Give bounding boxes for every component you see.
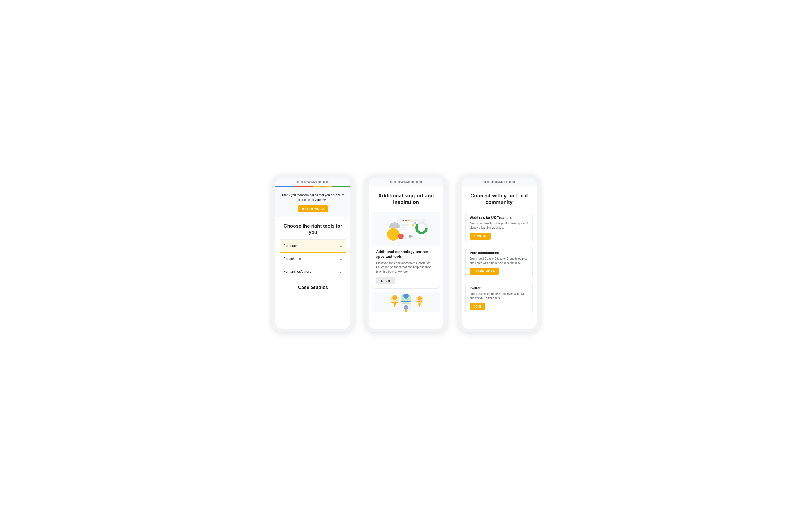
chevron-down-icon: ⌄ <box>339 269 343 274</box>
hero-section: Thank you teachers, for all that you do.… <box>275 187 350 217</box>
svg-point-3 <box>405 220 407 221</box>
phone1-content: Thank you teachers, for all that you do.… <box>275 186 350 329</box>
choose-tools-section: Choose the right tools for you <box>275 217 350 239</box>
svg-point-12 <box>398 233 404 239</box>
open-button[interactable]: OPEN <box>376 277 395 284</box>
peer-desc: Join a local Google Educator Group to co… <box>470 257 528 265</box>
svg-point-18 <box>394 303 396 305</box>
phone3-title: Connect with your local community <box>462 186 537 212</box>
accordion-for-schools[interactable]: For schools ⌄ <box>280 252 346 265</box>
svg-point-2 <box>403 220 404 221</box>
video-call-illustration <box>372 292 440 312</box>
tech-illustration <box>380 213 432 244</box>
phone2-title: Additional support and inspiration <box>368 186 444 212</box>
svg-rect-14 <box>412 224 414 226</box>
accordion-label-teachers: For teachers <box>283 244 302 248</box>
svg-point-10 <box>419 225 424 231</box>
choose-tools-title: Choose the right tools for you <box>284 223 342 235</box>
hero-text: Thank you teachers, for all that you do.… <box>281 193 345 202</box>
chevron-down-icon: ⌄ <box>339 257 343 261</box>
phone-2: teachfromanywhere.google Additional supp… <box>365 175 447 332</box>
accordion-section: For teachers ⌄ For schools ⌄ For familie… <box>275 239 350 278</box>
accordion-for-families[interactable]: For families/carers ⌄ <box>280 265 346 278</box>
phone-1: teachfromanywhere.google Thank you teach… <box>272 175 354 332</box>
card-partner-apps: Additional technology partner apps and t… <box>372 212 440 289</box>
svg-rect-6 <box>400 227 406 228</box>
webinars-title: Webinars for UK Teachers <box>470 216 528 220</box>
svg-point-11 <box>387 228 400 240</box>
peer-title: Peer communities <box>470 251 528 255</box>
chevron-down-icon: ⌄ <box>339 244 343 248</box>
svg-point-17 <box>393 295 397 300</box>
community-card-webinars: Webinars for UK Teachers Join us for wee… <box>465 212 532 244</box>
scene: teachfromanywhere.google Thank you teach… <box>255 152 557 355</box>
join-button[interactable]: JOIN <box>470 303 485 310</box>
card-illustration <box>372 212 440 245</box>
svg-point-24 <box>405 310 407 312</box>
phone2-content: Additional support and inspiration <box>368 186 444 329</box>
svg-rect-15 <box>414 222 416 224</box>
case-studies-label: Case Studies <box>275 278 350 293</box>
watch-video-button[interactable]: WATCH VIDEO <box>298 205 328 212</box>
card-title: Additional technology partner apps and t… <box>376 249 436 259</box>
address-bar-1: teachfromanywhere.google <box>275 178 350 186</box>
svg-rect-5 <box>400 224 409 226</box>
svg-rect-7 <box>400 229 407 230</box>
accordion-label-schools: For schools <box>283 257 301 261</box>
card-body: Additional technology partner apps and t… <box>372 245 440 288</box>
community-card-twitter: Twitter Join the #TeachFromHome conversa… <box>465 282 532 314</box>
svg-point-23 <box>404 305 408 309</box>
svg-point-27 <box>418 303 421 305</box>
community-card-peer: Peer communities Join a local Google Edu… <box>465 247 532 279</box>
accordion-label-families: For families/carers <box>283 270 311 274</box>
phone-3: teachfromanywhere.google Connect with yo… <box>458 175 540 332</box>
tune-in-button[interactable]: TUNE IN <box>470 233 491 240</box>
learn-more-button[interactable]: LEARN MORE <box>470 268 499 275</box>
twitter-desc: Join the #TeachFromHome conversation wit… <box>470 292 528 300</box>
webinars-desc: Join us for weekly virtual product train… <box>470 221 528 230</box>
video-call-svg <box>378 294 434 312</box>
twitter-title: Twitter <box>470 286 528 290</box>
card-video-call <box>372 292 440 313</box>
phone3-content: Connect with your local community Webina… <box>462 186 537 329</box>
community-section: Webinars for UK Teachers Join us for wee… <box>462 212 537 317</box>
address-bar-3: teachfromanywhere.google <box>462 178 537 186</box>
accordion-for-teachers[interactable]: For teachers ⌄ <box>280 239 346 252</box>
svg-point-26 <box>417 296 421 300</box>
address-bar-2: teachfromanywhere.google <box>368 178 444 186</box>
card-description: Discover apps and ideas from Google for … <box>376 261 436 274</box>
svg-point-4 <box>408 220 410 221</box>
